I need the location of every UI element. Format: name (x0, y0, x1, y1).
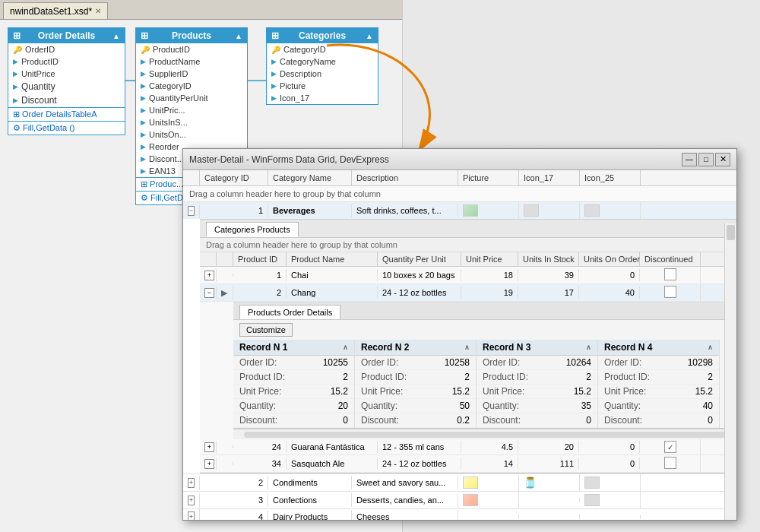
chang-discontinued (640, 284, 701, 301)
confections-icon17 (519, 498, 580, 502)
chai-price: 18 (461, 269, 518, 281)
chang-name: Chang (287, 287, 378, 299)
sub-col-discontinued-header[interactable]: Discontinued (640, 252, 701, 266)
card-1-orderid: Order ID: 10255 (233, 356, 354, 370)
condiments-icon17: 🫙 (519, 474, 580, 491)
categories-expand-icon[interactable]: ▲ (366, 32, 373, 40)
categories-products-tab[interactable]: Categories Products (206, 222, 299, 237)
guarana-name: Guaraná Fantástica (287, 441, 378, 453)
minimize-button[interactable]: — (682, 153, 697, 166)
cards-hscroll[interactable] (233, 429, 736, 439)
confections-picture (458, 492, 519, 508)
confections-icon25 (580, 492, 641, 508)
guarana-indicator (217, 445, 233, 448)
sasquatch-discontinued (640, 455, 701, 472)
card-2-unitprice: Unit Price: 15.2 (355, 385, 476, 399)
dairy-expand[interactable]: + (183, 509, 200, 520)
field-desc: ▶Description (267, 68, 378, 80)
card-4-quantity: Quantity: 40 (598, 399, 719, 413)
col-picture-header[interactable]: Picture (458, 170, 519, 185)
card-3-sort-icon[interactable]: ∧ (586, 344, 591, 351)
maximize-button[interactable]: □ (698, 153, 714, 166)
card-3-discount: Discount: 0 (477, 413, 597, 428)
expand-box-dairy[interactable]: + (188, 511, 195, 520)
fill-getdata[interactable]: ⚙ Fill,GetData () (8, 121, 125, 135)
card-1-sort-icon[interactable]: ∧ (343, 344, 348, 351)
chang-qty: 24 - 12 oz bottles (378, 287, 461, 299)
confections-desc: Desserts, candies, an... (352, 493, 458, 507)
confections-expand[interactable]: + (183, 493, 200, 508)
guarana-expand[interactable]: + (200, 441, 217, 454)
chai-discontinued (640, 267, 701, 283)
chang-indicator: ▶ (217, 287, 233, 299)
chang-id: 2 (233, 287, 287, 299)
card-2-discount: Discount: 0.2 (355, 413, 476, 428)
sub-grid-group-hint: Drag a column header here to group by th… (200, 238, 736, 252)
sasquatch-expand[interactable]: + (200, 458, 217, 470)
designer-tab[interactable]: nwindDataSet1.xsd* ✕ (3, 2, 108, 19)
order-details-tableA[interactable]: ⊞ Order DetailsTableA (8, 107, 125, 121)
confections-cells: + 3 Confections Desserts, candies, an... (183, 492, 736, 508)
col-description-header[interactable]: Description (352, 170, 458, 185)
col-icon25-header[interactable]: Icon_25 (580, 170, 641, 185)
card-4-sort-icon[interactable]: ∧ (708, 344, 713, 351)
chang-instock: 17 (518, 287, 579, 299)
products-expand-icon[interactable]: ▲ (235, 32, 242, 40)
chang-expand[interactable]: − (200, 287, 217, 299)
field-unitprice: ▶UnitPrice (8, 68, 125, 80)
v-scrollbar[interactable] (724, 223, 736, 520)
guarana-onorder: 0 (579, 441, 640, 453)
master-group-hint: Drag a column header here to group by th… (183, 186, 736, 202)
card-2-quantity: Quantity: 50 (355, 399, 476, 413)
sasquatch-name: Sasquatch Ale (287, 458, 378, 470)
card-4-orderid: Order ID: 10298 (598, 356, 719, 370)
field-picture: ▶Picture (267, 80, 378, 92)
order-details-header: ⊞ Order Details ▲ (8, 28, 125, 43)
tab-bar: nwindDataSet1.xsd* ✕ (0, 0, 402, 20)
order-details-title: Order Details (38, 30, 95, 41)
beverages-id: 1 (200, 204, 268, 217)
field-unitprice2: ▶UnitPric... (136, 104, 247, 116)
beverages-icon25 (580, 202, 641, 219)
field-unitson: ▶UnitsOn... (136, 128, 247, 141)
condiments-expand[interactable]: + (183, 476, 200, 490)
col-categoryname-header[interactable]: Category Name (268, 170, 352, 185)
card-3-unitprice: Unit Price: 15.2 (477, 385, 597, 399)
sub-col-unitsonorder-header[interactable]: Units On Order (579, 252, 640, 266)
hscroll-track[interactable] (244, 432, 726, 438)
col-categoryid-header[interactable]: Category ID (200, 170, 268, 185)
card-2-sort-icon[interactable]: ∧ (464, 344, 470, 351)
dairy-id: 4 (200, 510, 268, 521)
field-pproductid: 🔑ProductID (136, 43, 247, 55)
v-scroll-thumb[interactable] (727, 225, 735, 240)
expand-icon[interactable]: ▲ (112, 32, 120, 40)
sub-col-unitsinstock-header[interactable]: Units In Stock (518, 252, 579, 266)
grid-icon2: ⊞ (141, 30, 148, 41)
close-button[interactable]: ✕ (715, 153, 730, 166)
expand-box-beverages[interactable]: − (188, 206, 195, 216)
confections-name: Confections (268, 493, 352, 507)
beverages-desc: Soft drinks, coffees, t... (352, 204, 458, 217)
chai-expand[interactable]: + (200, 269, 217, 282)
field-catid: 🔑CategoryID (267, 43, 378, 55)
products-order-details-tab[interactable]: Products Order Details (239, 305, 340, 319)
beverages-picture (458, 202, 519, 219)
expand-box-condiments[interactable]: + (188, 478, 195, 488)
master-row-dairy: + 4 Dairy Products Cheeses (183, 509, 736, 520)
sub-col-productid-header[interactable]: Product ID (233, 252, 287, 266)
sub-col-qtyperunit-header[interactable]: Quantity Per Unit (378, 252, 461, 266)
chai-qty: 10 boxes x 20 bags (378, 269, 461, 281)
card-4-unitprice: Unit Price: 15.2 (598, 385, 719, 399)
beverages-cells: − 1 Beverages Soft drinks, coffees, t... (183, 202, 736, 219)
dairy-icon25 (580, 515, 641, 519)
tab-close-icon[interactable]: ✕ (95, 7, 101, 15)
col-icon17-header[interactable]: Icon_17 (519, 170, 580, 185)
card-2-productid: Product ID: 2 (355, 370, 476, 385)
sub-col-unitprice-header[interactable]: Unit Price (461, 252, 518, 266)
customize-button[interactable]: Customize (239, 323, 293, 337)
field-qtyperunit: ▶QuantityPerUnit (136, 92, 247, 104)
expand-box-confections[interactable]: + (188, 496, 195, 505)
beverages-expand[interactable]: − (183, 204, 200, 218)
sub-col-productname-header[interactable]: Product Name (287, 252, 378, 266)
card-1-header: Record N 1 ∧ (233, 340, 354, 356)
